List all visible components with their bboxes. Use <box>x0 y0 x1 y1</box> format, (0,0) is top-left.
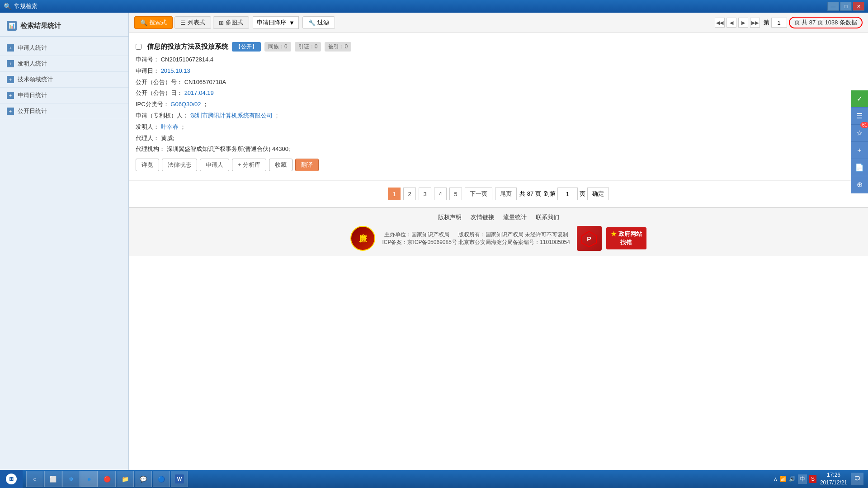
icp-line: ICP备案：京ICP备05069085号 北京市公安局海淀分局备案编号：1101… <box>382 239 570 246</box>
taskbar-app-folder[interactable]: 📁 <box>117 471 134 487</box>
footer-link-friends[interactable]: 友情链接 <box>471 213 494 221</box>
app-date-link[interactable]: 2015.10.13 <box>161 67 190 74</box>
list-mode-button[interactable]: ☰ 列表式 <box>175 16 211 29</box>
agent-value: 黄威; <box>161 135 175 141</box>
wechat-app-icon: 💬 <box>139 474 148 483</box>
tag-cited: 被引：0 <box>325 42 351 52</box>
start-button[interactable]: ⊞ <box>0 470 23 488</box>
minimize-button[interactable]: — <box>827 2 839 11</box>
window-controls: — □ ✕ <box>827 2 864 11</box>
sidebar-item-label-tech: 技术领域统计 <box>18 75 53 84</box>
float-doc-button[interactable]: 📄 <box>851 159 868 176</box>
next-page-button[interactable]: 下一页 <box>465 188 492 200</box>
titlebar-title: 常规检索 <box>14 2 827 10</box>
notify-button[interactable]: 🗨 <box>851 473 863 485</box>
taskbar-app-blue[interactable]: 🔵 <box>153 471 170 487</box>
patent-checkbox[interactable] <box>136 44 142 50</box>
maximize-button[interactable]: □ <box>840 2 852 11</box>
sidebar-item-label-inventor: 发明人统计 <box>18 60 47 68</box>
float-plus-button[interactable]: + <box>851 142 868 159</box>
pub-date-link[interactable]: 2017.04.19 <box>184 89 214 96</box>
legal-button[interactable]: 法律状态 <box>162 159 197 171</box>
expand-icon-pubdate: + <box>7 108 14 115</box>
taskbar-app-cool[interactable]: ❄ <box>62 471 80 487</box>
page-num-4[interactable]: 4 <box>434 188 447 200</box>
right-float-panel: ✓ ☰ ☆ 61 + 📄 ⊕ <box>851 90 868 193</box>
nav-first-button[interactable]: ◀◀ <box>715 18 725 28</box>
clock-date: 2017/12/21 <box>820 479 847 487</box>
nav-last-button[interactable]: ▶▶ <box>750 18 760 28</box>
taskbar-app-search[interactable]: ○ <box>26 471 43 487</box>
ipc-link[interactable]: G06Q30/02 <box>170 101 201 108</box>
pub-date-label: 公开（公告）日： <box>136 89 183 96</box>
last-page-button[interactable]: 尾页 <box>495 188 517 200</box>
nav-next-button[interactable]: ▶ <box>738 18 748 28</box>
goto-confirm-button[interactable]: 确定 <box>587 188 609 200</box>
inventor-link[interactable]: 叶幸春 <box>161 123 179 130</box>
clock[interactable]: 17:26 2017/12/21 <box>820 471 847 487</box>
filter-button[interactable]: 🔧 过滤 <box>302 16 335 29</box>
nav-prev-button[interactable]: ◀ <box>726 18 736 28</box>
sidebar-item-pubdate[interactable]: + 公开日统计 <box>0 103 128 119</box>
tag-public: 【公开】 <box>232 42 261 52</box>
sidebar-header-icon: 📊 <box>7 21 17 31</box>
sidebar-item-appdate[interactable]: + 申请日统计 <box>0 88 128 103</box>
ipc-label: IPC分类号： <box>136 101 169 108</box>
tray-expand[interactable]: ∧ <box>774 476 778 482</box>
sidebar-item-applicant[interactable]: + 申请人统计 <box>0 40 128 56</box>
taskbar-app-wechat[interactable]: 💬 <box>135 471 152 487</box>
page-num-3[interactable]: 3 <box>419 188 431 200</box>
grid-mode-icon: ⊞ <box>219 19 224 26</box>
tray-ime-name[interactable]: S <box>809 475 816 483</box>
badge-char: 廉 <box>359 233 367 244</box>
taskbar-app-view[interactable]: ⬜ <box>44 471 61 487</box>
footer-link-traffic[interactable]: 流量统计 <box>503 213 527 221</box>
translate-button[interactable]: 翻译 <box>295 159 319 171</box>
agency-value: 深圳翼盛智成知识产权事务所(普通合伙) 44300; <box>167 145 290 152</box>
goto-input[interactable] <box>557 188 578 200</box>
view-app-icon: ⬜ <box>48 474 57 483</box>
analyze-button[interactable]: + 分析库 <box>232 159 266 171</box>
page-num-1[interactable]: 1 <box>388 188 401 200</box>
app-date-label: 申请日： <box>136 67 159 74</box>
page-num-5[interactable]: 5 <box>449 188 462 200</box>
folder-app-icon: 📁 <box>121 474 130 483</box>
float-plus2-button[interactable]: ⊕ <box>851 176 868 193</box>
action-buttons: 详览 法律状态 申请人 + 分析库 收藏 翻译 <box>136 159 861 171</box>
total-pages-text: 共 87 页 <box>519 190 541 198</box>
clock-time: 17:26 <box>820 471 847 479</box>
sort-dropdown[interactable]: 申请日降序 ▼ <box>253 16 299 29</box>
org-badge: 廉 <box>350 226 375 251</box>
sidebar-item-tech[interactable]: + 技术领域统计 <box>0 72 128 88</box>
page-number-input[interactable] <box>771 18 787 28</box>
sys-tray: ∧ 📶 🔊 中 S <box>774 474 816 484</box>
footer-link-copyright[interactable]: 版权声明 <box>438 213 462 221</box>
page-num-2[interactable]: 2 <box>403 188 416 200</box>
taskbar-app-ie[interactable]: e <box>80 471 98 487</box>
patent-field-appdate: 申请日： 2015.10.13 <box>136 66 861 76</box>
footer-link-contact[interactable]: 联系我们 <box>536 213 559 221</box>
detail-button[interactable]: 详览 <box>136 159 159 171</box>
content-area: 🔍 搜索式 ☰ 列表式 ⊞ 多图式 申请日降序 ▼ 🔧 过滤 ◀◀ ◀ <box>129 13 868 488</box>
collect-button[interactable]: 收藏 <box>269 159 292 171</box>
word-app-icon: W <box>175 474 184 483</box>
close-button[interactable]: ✕ <box>853 2 864 11</box>
taskbar-app-word[interactable]: W <box>171 471 188 487</box>
float-check-button[interactable]: ✓ <box>851 90 868 108</box>
applicant-button[interactable]: 申请人 <box>200 159 229 171</box>
logo-badge-1: P <box>577 226 602 251</box>
search-mode-icon: 🔍 <box>140 19 147 26</box>
footer-text: 主办单位：国家知识产权局 版权所有：国家知识产权局 未经许可不可复制 ICP备案… <box>382 231 570 246</box>
patent-field-applicant: 申请（专利权）人： 深圳市腾讯计算机系统有限公司 ； <box>136 111 861 121</box>
goto-label: 到第 <box>544 190 556 198</box>
applicant-link[interactable]: 深圳市腾讯计算机系统有限公司 <box>190 112 273 119</box>
taskbar-app-red[interactable]: 🔴 <box>99 471 116 487</box>
grid-mode-button[interactable]: ⊞ 多图式 <box>213 16 249 29</box>
sidebar-item-inventor[interactable]: + 发明人统计 <box>0 56 128 72</box>
search-mode-button[interactable]: 🔍 搜索式 <box>134 16 173 29</box>
patent-field-appno: 申请号： CN201510672814.4 <box>136 55 861 65</box>
search-app-icon: ○ <box>30 474 39 483</box>
tray-ime-lang[interactable]: 中 <box>798 474 807 484</box>
page-total-highlight: 页 共 87 页 1038 条数据 <box>789 17 863 28</box>
float-star-button[interactable]: ☆ 61 <box>851 125 868 142</box>
